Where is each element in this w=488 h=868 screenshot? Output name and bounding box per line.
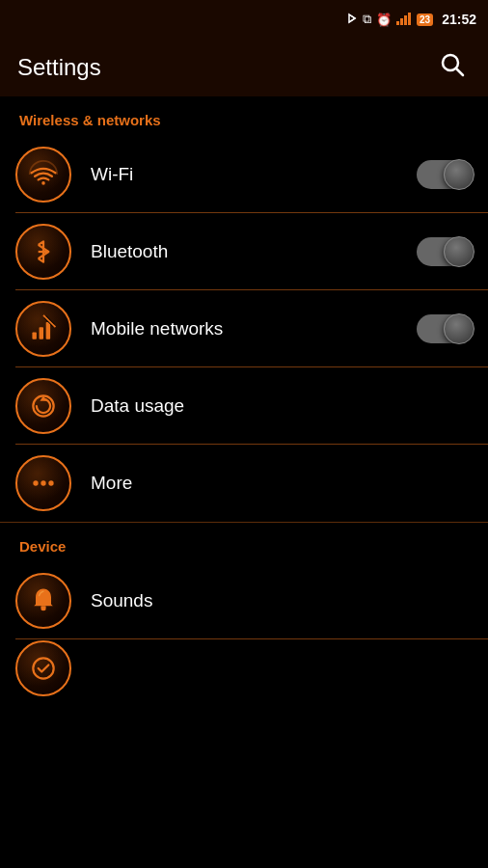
signal-status-icon	[396, 12, 412, 28]
section-header-wireless: Wireless & networks	[0, 96, 488, 136]
wifi-label: Wi-Fi	[91, 164, 417, 185]
datausage-icon-circle	[15, 378, 71, 434]
wifi-toggle[interactable]	[417, 160, 473, 189]
status-time: 21:52	[442, 12, 476, 27]
section-header-device: Device	[0, 523, 488, 562]
section-device: Device Sounds	[0, 523, 488, 697]
svg-line-6	[456, 68, 463, 75]
svg-rect-3	[404, 15, 407, 25]
svg-rect-1	[396, 21, 399, 25]
mobile-label: Mobile networks	[91, 318, 417, 339]
mobile-toggle[interactable]	[417, 314, 473, 343]
settings-item-sounds[interactable]: Sounds	[0, 562, 488, 639]
svg-rect-10	[40, 327, 43, 339]
svg-point-7	[41, 181, 45, 185]
sounds-icon-circle	[15, 573, 71, 629]
section-divider	[0, 522, 488, 523]
bluetooth-label: Bluetooth	[91, 241, 417, 262]
partial-icon-circle	[15, 640, 71, 696]
datausage-label: Data usage	[91, 395, 473, 417]
svg-point-21	[33, 658, 53, 678]
search-button[interactable]	[434, 46, 471, 89]
settings-item-more[interactable]: More	[0, 445, 488, 522]
battery-badge: 23	[417, 14, 433, 26]
page-title: Settings	[17, 54, 101, 81]
bluetooth-toggle[interactable]	[417, 237, 473, 266]
status-icons: ⧉ ⏰ 23 21:52	[346, 11, 476, 29]
settings-item-partial[interactable]	[0, 639, 488, 697]
mobile-icon-circle	[15, 301, 71, 357]
svg-point-18	[48, 480, 53, 485]
sounds-label: Sounds	[91, 590, 473, 611]
status-bar: ⧉ ⏰ 23 21:52	[0, 0, 488, 39]
mobile-toggle-thumb	[444, 313, 474, 344]
svg-rect-11	[46, 322, 50, 339]
svg-rect-9	[32, 333, 36, 339]
more-label: More	[91, 473, 473, 494]
more-icon-circle	[15, 455, 71, 511]
vibrate-status-icon: ⧉	[363, 12, 371, 27]
svg-point-17	[41, 480, 45, 485]
alarm-status-icon: ⏰	[376, 13, 392, 27]
svg-rect-4	[408, 13, 411, 25]
wifi-icon-circle	[15, 147, 71, 203]
app-bar: Settings	[0, 39, 488, 96]
svg-point-20	[41, 608, 45, 611]
bluetooth-icon-circle	[15, 224, 71, 280]
settings-item-wifi[interactable]: Wi-Fi	[0, 136, 488, 213]
bluetooth-toggle-thumb	[444, 236, 474, 267]
section-wireless: Wireless & networks Wi-Fi	[0, 96, 488, 522]
settings-item-mobile[interactable]: Mobile networks	[0, 290, 488, 367]
wifi-toggle-thumb	[444, 159, 474, 190]
svg-rect-2	[400, 18, 403, 25]
settings-item-datausage[interactable]: Data usage	[0, 367, 488, 445]
bluetooth-status-icon	[346, 11, 358, 29]
settings-item-bluetooth[interactable]: Bluetooth	[0, 213, 488, 290]
svg-point-16	[33, 480, 38, 485]
